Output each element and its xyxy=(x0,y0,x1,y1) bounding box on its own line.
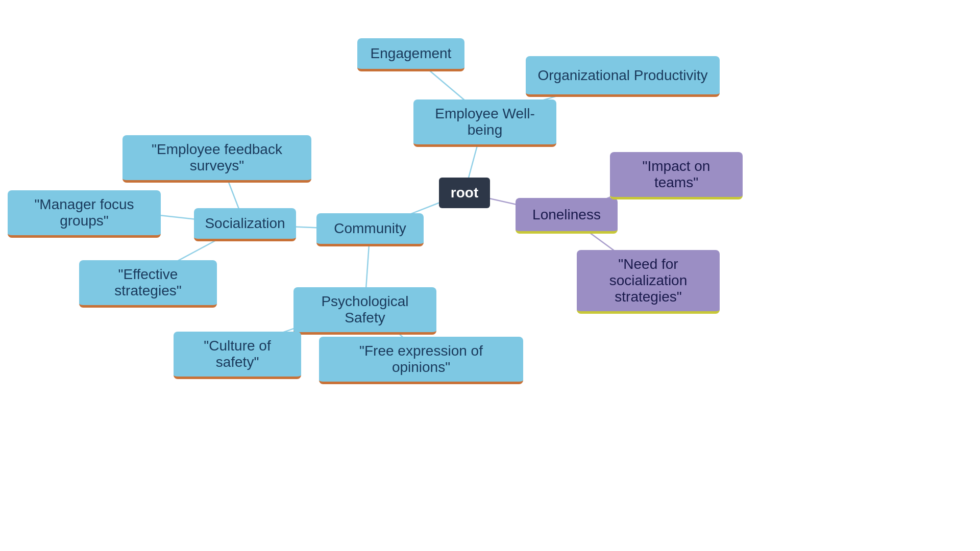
node-culture_safety: "Culture of safety" xyxy=(174,332,301,379)
node-psych_safety: Psychological Safety xyxy=(293,287,436,335)
node-emp_feedback: "Employee feedback surveys" xyxy=(122,135,311,183)
node-socialization: Socialization xyxy=(194,208,296,241)
node-engagement: Engagement xyxy=(357,38,464,71)
node-org_productivity: Organizational Productivity xyxy=(526,56,720,97)
mind-map-canvas: rootEmployee Well-beingEngagementOrganiz… xyxy=(0,0,980,551)
node-employee_wellbeing: Employee Well-being xyxy=(413,99,556,147)
node-community: Community xyxy=(316,213,424,246)
node-loneliness: Loneliness xyxy=(516,198,618,234)
node-effective_strategies: "Effective strategies" xyxy=(79,260,217,308)
node-impact_teams: "Impact on teams" xyxy=(610,152,743,199)
node-need_social: "Need for socialization strategies" xyxy=(577,250,720,314)
node-root: root xyxy=(439,178,490,208)
node-free_expression: "Free expression of opinions" xyxy=(319,337,523,384)
node-manager_focus: "Manager focus groups" xyxy=(8,190,161,238)
